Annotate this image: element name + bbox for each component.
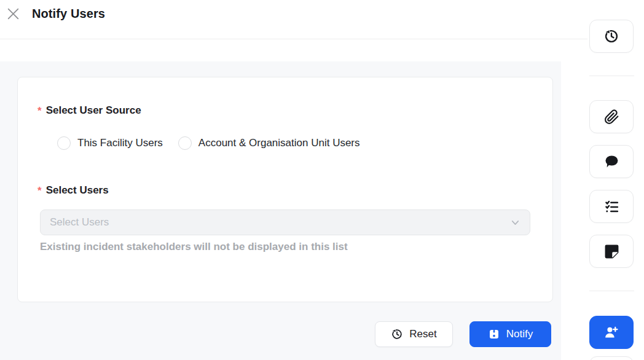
- notify-button[interactable]: Notify: [469, 321, 551, 347]
- sidebar-button-comments[interactable]: [589, 145, 634, 178]
- sidebar-button-attachments[interactable]: [589, 100, 634, 133]
- sidebar-divider: [589, 291, 634, 291]
- chevron-down-icon: [510, 217, 520, 228]
- history-icon: [603, 28, 619, 44]
- sidebar-button-add-user[interactable]: [589, 316, 634, 349]
- select-users-label-text: Select Users: [46, 184, 109, 197]
- required-asterisk: *: [37, 105, 42, 117]
- select-user-source-label: * Select User Source: [37, 104, 141, 117]
- reset-button-label: Reset: [409, 328, 436, 340]
- sticky-note-icon: [604, 244, 619, 259]
- sidebar-divider: [589, 76, 634, 76]
- paperclip-icon: [604, 109, 619, 125]
- radio-account-org-unit-users[interactable]: Account & Organisation Unit Users: [178, 136, 360, 150]
- radio-label: This Facility Users: [77, 137, 163, 149]
- select-placeholder: Select Users: [50, 216, 109, 229]
- select-user-source-label-text: Select User Source: [46, 104, 141, 117]
- required-asterisk: *: [37, 185, 42, 197]
- helper-text: Existing incident stakeholders will not …: [40, 241, 348, 253]
- sidebar-button-notes[interactable]: [589, 235, 634, 268]
- radio-label: Account & Organisation Unit Users: [198, 137, 360, 149]
- history-icon: [391, 328, 403, 340]
- sidebar-button-history[interactable]: [589, 20, 634, 53]
- save-icon: [488, 328, 500, 340]
- checklist-icon: [604, 199, 619, 214]
- modal-header: Notify Users: [0, 0, 587, 39]
- reset-button[interactable]: Reset: [375, 321, 453, 347]
- sidebar-button-checklist[interactable]: [589, 190, 634, 223]
- notify-button-label: Notify: [506, 328, 533, 340]
- user-source-radio-group: This Facility Users Account & Organisati…: [57, 136, 360, 150]
- users-select-dropdown[interactable]: Select Users: [40, 209, 530, 235]
- notify-users-form-card: * Select User Source This Facility Users…: [17, 77, 553, 302]
- radio-this-facility-users[interactable]: This Facility Users: [57, 136, 163, 150]
- page-title: Notify Users: [32, 7, 105, 21]
- close-button[interactable]: [6, 6, 20, 21]
- person-add-icon: [603, 324, 619, 340]
- radio-circle-icon[interactable]: [178, 136, 192, 150]
- close-icon: [6, 7, 20, 21]
- comment-icon: [603, 154, 619, 170]
- sidebar-button-more[interactable]: [589, 356, 634, 360]
- select-users-label: * Select Users: [37, 184, 109, 197]
- radio-circle-icon[interactable]: [57, 136, 71, 150]
